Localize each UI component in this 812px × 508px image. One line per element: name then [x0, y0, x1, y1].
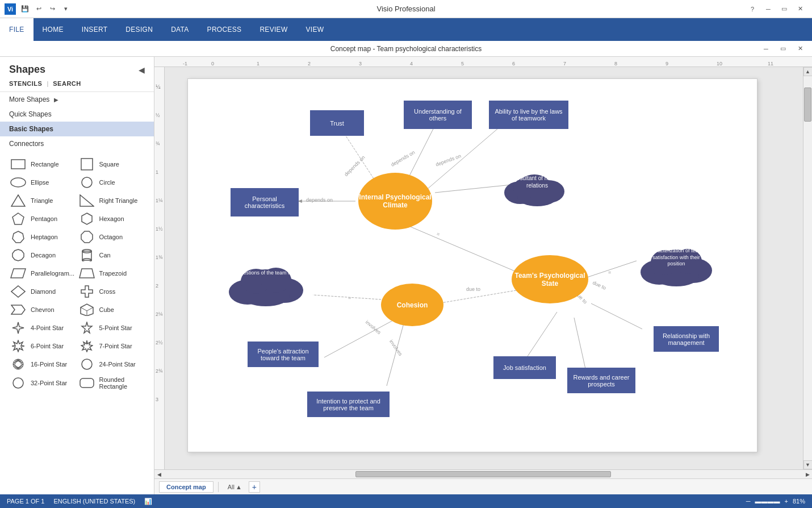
tab-data[interactable]: DATA — [162, 18, 198, 41]
4point-star-icon — [10, 322, 26, 334]
shape-24point-star[interactable]: 24-Point Star — [78, 356, 145, 373]
shape-trapezoid[interactable]: Trapezoid — [78, 265, 145, 282]
node-ability[interactable]: Ability to live by the laws of teamwork — [489, 101, 568, 129]
sub-close[interactable]: ✕ — [793, 43, 807, 55]
svg-point-3 — [82, 177, 92, 188]
node-understanding[interactable]: Understanding of others — [404, 101, 472, 129]
node-job-satisfaction[interactable]: Job satisfaction — [493, 356, 556, 379]
scroll-right-btn[interactable]: ▶ — [803, 470, 812, 479]
sidebar-item-quick-shapes[interactable]: Quick Shapes — [0, 107, 154, 122]
scroll-up-btn[interactable]: ▲ — [803, 67, 813, 76]
shape-parallelogram[interactable]: Parallelogram... — [9, 265, 77, 282]
save-btn[interactable]: 💾 — [19, 3, 31, 15]
shape-cube[interactable]: Cube — [78, 301, 145, 318]
node-peoples-attraction[interactable]: People's attraction toward the team — [248, 342, 319, 367]
scroll-track-h[interactable] — [164, 470, 803, 478]
pentagon-icon — [10, 213, 26, 225]
shape-6point-star[interactable]: 6-Point Star — [9, 338, 77, 355]
shape-pentagon[interactable]: Pentagon — [9, 210, 77, 227]
tab-design[interactable]: DESIGN — [116, 18, 162, 41]
shape-16point-star[interactable]: 16-Point Star — [9, 356, 77, 373]
shape-rectangle[interactable]: Rectangle — [9, 156, 77, 173]
shape-octagon[interactable]: Octagon — [78, 228, 145, 245]
shape-heptagon[interactable]: Heptagon — [9, 228, 77, 245]
sidebar: Shapes ◀ STENCILS | SEARCH More Shapes ▶… — [0, 57, 154, 494]
triangle-icon — [10, 194, 26, 207]
tab-file[interactable]: FILE — [0, 18, 34, 41]
zoom-in-btn[interactable]: + — [785, 498, 788, 505]
node-intention[interactable]: Intention to protect and preserve the te… — [307, 392, 390, 417]
shape-square[interactable]: Square — [78, 156, 145, 173]
shape-diamond[interactable]: Diamond — [9, 283, 77, 300]
node-relationship[interactable]: Relationship with management — [654, 326, 719, 352]
parallelogram-label: Parallelogram... — [31, 270, 74, 277]
shape-chevron[interactable]: Chevron — [9, 301, 77, 318]
node-cohesion[interactable]: Cohesion — [381, 284, 443, 326]
shape-hexagon[interactable]: Hexagon — [78, 210, 145, 227]
7point-star-label: 7-Point Star — [99, 343, 132, 349]
add-page-btn[interactable]: + — [249, 481, 260, 493]
scroll-thumb-v[interactable] — [804, 88, 811, 122]
shape-4point-star[interactable]: 4-Point Star — [9, 319, 77, 336]
close-btn[interactable]: ✕ — [793, 3, 807, 15]
tab-process[interactable]: PROCESS — [198, 18, 251, 41]
scroll-thumb-h[interactable] — [355, 471, 611, 477]
app-icon: Vi — [5, 3, 16, 15]
shape-5point-star[interactable]: 5-Point Star — [78, 319, 145, 336]
shape-right-triangle[interactable]: Right Triangle — [78, 192, 145, 209]
shape-can[interactable]: Can — [78, 247, 145, 264]
node-characterization[interactable]: Characterization of team's satisfaction … — [639, 235, 713, 286]
help-btn[interactable]: ? — [745, 3, 760, 15]
collapse-sidebar-btn[interactable]: ◀ — [139, 65, 145, 74]
scroll-track-v[interactable] — [803, 76, 812, 460]
ruler-vertical: ⅟₄ ½ ¾ 1 1¼ 1½ 1¾ 2 2¼ 2½ 2¾ 3 — [154, 67, 165, 469]
sidebar-item-basic-shapes[interactable]: Basic Shapes — [0, 122, 154, 136]
tab-home[interactable]: HOME — [34, 18, 73, 41]
rounded-rect-icon — [79, 377, 95, 389]
node-personal[interactable]: Personal characteristics — [231, 188, 299, 216]
node-unity[interactable]: Unity on the most important questions of… — [228, 255, 304, 306]
cross-label: Cross — [99, 288, 116, 295]
shape-rounded-rect[interactable]: Rounded Rectangle — [78, 374, 145, 392]
undo-btn[interactable]: ↩ — [33, 3, 44, 15]
search-tab[interactable]: SEARCH — [53, 80, 81, 87]
tab-insert[interactable]: INSERT — [73, 18, 117, 41]
node-teams-state[interactable]: Team's Psychological State — [512, 255, 588, 303]
restore-btn[interactable]: ▭ — [777, 3, 792, 15]
node-resultant[interactable]: Resultant of human relations — [503, 164, 571, 207]
scroll-left-btn[interactable]: ◀ — [154, 470, 164, 479]
sidebar-item-connectors[interactable]: Connectors — [0, 136, 154, 151]
shape-decagon[interactable]: Decagon — [9, 247, 77, 264]
svg-line-42 — [591, 303, 642, 329]
shape-cross[interactable]: Cross — [78, 283, 145, 300]
sub-minimize[interactable]: ─ — [759, 43, 773, 55]
shape-7point-star[interactable]: 7-Point Star — [78, 338, 145, 355]
stencils-tab[interactable]: STENCILS — [9, 80, 42, 87]
node-trust[interactable]: Trust — [310, 110, 364, 136]
shape-circle[interactable]: Circle — [78, 174, 145, 191]
32point-star-label: 32-Point Star — [31, 380, 67, 386]
minimize-btn[interactable]: ─ — [761, 3, 776, 15]
sidebar-item-more-shapes[interactable]: More Shapes ▶ — [0, 92, 154, 107]
cohesion-label: Cohesion — [397, 301, 428, 309]
zoom-out-btn[interactable]: ─ — [746, 498, 751, 505]
sub-restore[interactable]: ▭ — [776, 43, 790, 55]
scroll-down-btn[interactable]: ▼ — [803, 460, 813, 469]
redo-btn[interactable]: ↪ — [47, 3, 58, 15]
page-tab-all[interactable]: All ▲ — [223, 482, 246, 492]
page-tab-concept-map[interactable]: Concept map — [159, 481, 214, 493]
tab-view[interactable]: VIEW — [297, 18, 333, 41]
tab-review[interactable]: REVIEW — [250, 18, 296, 41]
understanding-label: Understanding of others — [409, 108, 466, 122]
shape-ellipse[interactable]: Ellipse — [9, 174, 77, 191]
7point-star-icon — [79, 340, 95, 352]
canvas-scroll[interactable]: depends on depends on depends on depends… — [165, 67, 803, 469]
all-label: All — [228, 484, 235, 490]
node-rewards[interactable]: Rewards and career prospects — [567, 368, 635, 393]
label-eq3: = — [348, 295, 351, 301]
zoom-slider[interactable]: ▬▬▬▬ — [755, 498, 780, 505]
shape-triangle[interactable]: Triangle — [9, 192, 77, 209]
customize-btn[interactable]: ▾ — [60, 3, 72, 15]
shape-32point-star[interactable]: 32-Point Star — [9, 374, 77, 392]
node-internal-climate[interactable]: Internal Psychological Climate — [358, 173, 432, 230]
